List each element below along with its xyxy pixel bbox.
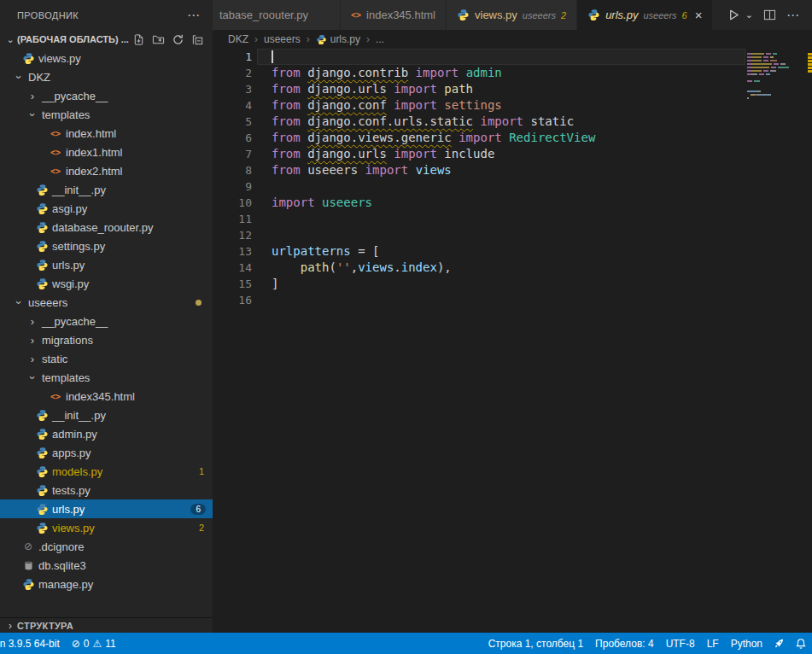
tree-item-manage.py[interactable]: manage.py	[0, 575, 213, 593]
tree-item-settings.py[interactable]: settings.py	[0, 236, 213, 255]
code-line: 5from django.conf.urls.static import sta…	[213, 114, 812, 130]
tab-tabase_roouter.py[interactable]: tabase_roouter.py	[213, 0, 341, 30]
status-problems[interactable]: ⊘ 0 ⚠ 11	[65, 638, 123, 650]
file-tree: views.py›DKZ›__pycache__›templates<>inde…	[0, 49, 213, 593]
tab-index345.html[interactable]: <>index345.html	[341, 0, 447, 30]
status-language[interactable]: Python	[725, 638, 768, 650]
breadcrumb-item[interactable]: urls.py	[316, 33, 360, 45]
tab-problems-badge: 2	[561, 10, 566, 20]
status-python-interpreter[interactable]: Python 3.9.5 64-bit	[0, 638, 65, 650]
folder-chevron-icon: ›	[13, 295, 26, 309]
tree-item-.dcignore[interactable]: ⊘.dcignore	[0, 537, 213, 556]
code-line: 9	[213, 178, 812, 195]
editor-more-actions-button[interactable]: ⋯	[786, 8, 800, 23]
line-number: 13	[213, 243, 252, 260]
tree-item-DKZ[interactable]: ›DKZ	[0, 67, 213, 86]
tree-item-__init__.py[interactable]: __init__.py	[0, 406, 213, 424]
tree-item-models.py[interactable]: models.py1	[0, 462, 213, 481]
database-icon	[20, 560, 36, 571]
tree-item-tests.py[interactable]: tests.py	[0, 481, 213, 499]
run-button[interactable]	[727, 9, 740, 21]
code-editor[interactable]: 12from django.contrib import admin3from …	[213, 49, 812, 633]
tree-item-asgi.py[interactable]: asgi.py	[0, 199, 213, 218]
status-eol[interactable]: LF	[701, 638, 725, 650]
split-editor-button[interactable]	[763, 9, 776, 21]
tree-item-db.sqlite3[interactable]: db.sqlite3	[0, 556, 213, 575]
tree-item-templates[interactable]: ›templates	[0, 368, 213, 387]
notifications-bell-icon[interactable]	[790, 638, 812, 650]
close-icon[interactable]: ×	[695, 9, 703, 21]
rocket-icon[interactable]	[768, 638, 790, 649]
breadcrumb-item[interactable]: useeers	[264, 33, 301, 45]
tree-item-wsgi.py[interactable]: wsgi.py	[0, 274, 213, 293]
tree-item-urls.py[interactable]: urls.py6	[0, 499, 213, 518]
status-indentation[interactable]: Пробелов: 4	[589, 638, 660, 650]
run-dropdown-button[interactable]: ⌄	[745, 9, 753, 20]
error-count: 0	[84, 638, 90, 650]
python-icon	[34, 277, 50, 290]
warning-mark	[808, 53, 812, 55]
refresh-button[interactable]	[171, 32, 184, 46]
modified-dot-icon	[196, 300, 202, 306]
code-line: 8from useeers import views	[213, 162, 812, 178]
tree-item-index2.html[interactable]: <>index2.html	[0, 161, 213, 180]
outline-section-header[interactable]: › СТРУКТУРА	[0, 617, 213, 633]
status-line-col[interactable]: Строка 1, столбец 1	[482, 638, 589, 650]
tree-item-index345.html[interactable]: <>index345.html	[0, 387, 213, 406]
breadcrumb-item[interactable]: ...	[376, 33, 384, 45]
tab-label: index345.html	[366, 9, 435, 21]
tree-item-label: __pycache__	[42, 315, 108, 328]
breadcrumb-item[interactable]: DKZ	[228, 33, 248, 45]
explorer-more-actions-button[interactable]: ⋯	[187, 8, 201, 23]
tree-item-label: index.html	[66, 127, 116, 140]
tree-item-label: tests.py	[52, 484, 91, 497]
tree-item-label: views.py	[38, 52, 81, 65]
line-number: 7	[213, 146, 252, 162]
code-line: 6from django.views.generic import Redire…	[213, 130, 812, 146]
folder-chevron-icon: ›	[26, 334, 39, 347]
tree-item-useeers[interactable]: ›useeers	[0, 293, 213, 312]
text-cursor	[272, 50, 273, 63]
python-icon	[34, 184, 50, 196]
warning-mark	[808, 63, 812, 66]
tree-item-label: views.py	[52, 522, 95, 534]
python-icon	[34, 484, 50, 497]
tree-item-migrations[interactable]: ›migrations	[0, 330, 213, 349]
tree-item-label: manage.py	[38, 578, 93, 591]
tree-item-__pycache__[interactable]: ›__pycache__	[0, 86, 213, 105]
tree-item-__pycache__[interactable]: ›__pycache__	[0, 312, 213, 330]
tree-item-index.html[interactable]: <>index.html	[0, 124, 213, 143]
tree-item-static[interactable]: ›static	[0, 349, 213, 368]
python-icon	[34, 259, 50, 272]
tree-item-database_roouter.py[interactable]: database_roouter.py	[0, 218, 213, 236]
ignore-file-icon: ⊘	[20, 540, 36, 552]
new-folder-button[interactable]	[151, 32, 165, 46]
folder-chevron-icon: ›	[13, 70, 26, 84]
tree-item-templates[interactable]: ›templates	[0, 105, 213, 124]
line-number: 5	[213, 114, 252, 130]
tree-item-urls.py[interactable]: urls.py	[0, 255, 213, 274]
collapse-all-button[interactable]	[190, 32, 204, 46]
tab-views.py[interactable]: views.pyuseeers2	[447, 0, 577, 30]
tree-item-views.py[interactable]: views.py2	[0, 518, 213, 537]
line-number: 10	[213, 195, 252, 211]
python-icon	[34, 428, 50, 441]
problems-badge: 1	[199, 466, 204, 476]
minimap[interactable]	[745, 50, 808, 104]
line-number: 6	[213, 130, 252, 146]
tree-item-label: templates	[42, 371, 90, 384]
editor-region: tabase_roouter.py<>index345.htmlviews.py…	[213, 0, 812, 633]
workspace-header[interactable]: ⌄ (РАБОЧАЯ ОБЛАСТЬ) ...	[0, 30, 213, 49]
tree-item-__init__.py[interactable]: __init__.py	[0, 180, 213, 199]
tree-item-views.py[interactable]: views.py	[0, 49, 213, 67]
folder-chevron-icon: ›	[26, 108, 39, 121]
tree-item-label: index345.html	[66, 390, 135, 403]
problems-badge: 2	[199, 523, 204, 533]
tree-item-apps.py[interactable]: apps.py	[0, 443, 213, 462]
tree-item-index1.html[interactable]: <>index1.html	[0, 143, 213, 161]
status-encoding[interactable]: UTF-8	[660, 638, 701, 650]
tab-urls.py[interactable]: urls.pyuseeers6×	[577, 0, 713, 30]
new-file-button[interactable]	[131, 32, 145, 46]
line-number: 1	[213, 49, 252, 65]
tree-item-admin.py[interactable]: admin.py	[0, 424, 213, 443]
